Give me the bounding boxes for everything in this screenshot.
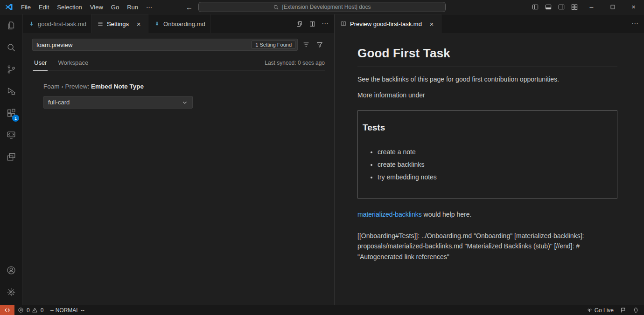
back-icon[interactable]: ← xyxy=(186,3,193,11)
tab-good-first-task[interactable]: good-first-task.md xyxy=(23,14,91,33)
settings-scope-tabs: User Workspace Last synced: 0 secs ago xyxy=(32,56,325,71)
settings-editor: 1 Setting Found User Workspace Last sync… xyxy=(23,33,334,305)
preview-link-paragraph: materialized-backlinks would help here. xyxy=(357,210,617,219)
menu-selection[interactable]: Selection xyxy=(53,2,85,12)
menu-more-icon[interactable]: ⋯ xyxy=(142,2,156,12)
broadcast-icon xyxy=(587,307,593,313)
close-tab-icon[interactable]: × xyxy=(427,19,436,28)
run-and-debug-icon[interactable] xyxy=(0,80,22,102)
command-center-label: [Extension Development Host] docs xyxy=(282,4,371,10)
extensions-badge: 1 xyxy=(12,115,19,122)
title-bar: File Edit Selection View Go Run ⋯ ← → [E… xyxy=(0,0,644,14)
remote-indicator[interactable] xyxy=(0,305,14,315)
list-item: create backlinks xyxy=(378,160,612,170)
clear-search-filters-icon[interactable] xyxy=(301,40,311,50)
notifications-bell-icon[interactable] xyxy=(630,305,642,315)
status-bar-right: Go Live xyxy=(583,305,644,315)
markdown-preview: Good First Task See the backlinks of thi… xyxy=(335,33,644,305)
accounts-icon[interactable] xyxy=(0,259,22,281)
vim-mode-indicator[interactable]: -- NORMAL -- xyxy=(47,305,88,315)
tab-preview-good-first-task[interactable]: Preview good-first-task.md × xyxy=(335,14,441,33)
vscode-window: File Edit Selection View Go Run ⋯ ← → [E… xyxy=(0,0,644,315)
setting-category: Foam › Preview: xyxy=(43,83,91,90)
setting-item-embed-note-type: Foam › Preview: Embed Note Type full-car… xyxy=(43,83,325,109)
go-live-label: Go Live xyxy=(595,307,614,314)
close-window-button[interactable]: × xyxy=(623,0,644,14)
remote-explorer-icon[interactable] xyxy=(0,124,22,146)
search-view-icon[interactable] xyxy=(0,36,22,58)
menu-run[interactable]: Run xyxy=(123,2,142,12)
markdown-file-icon xyxy=(28,21,35,27)
setting-name: Embed Note Type xyxy=(91,83,144,90)
link-tail-text: would help here. xyxy=(422,211,472,218)
filter-settings-icon[interactable] xyxy=(315,40,325,50)
warning-count: 0 xyxy=(41,307,44,314)
toggle-secondary-sidebar-icon[interactable] xyxy=(555,0,568,14)
feedback-icon[interactable] xyxy=(617,305,630,315)
tab-label: Settings xyxy=(107,21,129,27)
settings-last-synced: Last synced: 0 secs ago xyxy=(265,60,325,70)
minimize-button[interactable]: – xyxy=(581,0,602,14)
source-control-icon[interactable] xyxy=(0,58,22,80)
editor-group-right: Preview good-first-task.md × ⋯ Good Firs… xyxy=(335,14,644,305)
tab-bar-right: Preview good-first-task.md × ⋯ xyxy=(335,14,644,33)
explorer-icon[interactable] xyxy=(0,14,22,36)
error-count: 0 xyxy=(27,307,30,314)
tab-settings[interactable]: Settings × xyxy=(91,14,148,33)
activity-bar: 1 xyxy=(0,14,23,305)
open-settings-json-icon[interactable] xyxy=(293,18,305,30)
settings-scope-workspace[interactable]: Workspace xyxy=(56,56,90,70)
editor-group-left: good-first-task.md Settings × Onboarding… xyxy=(23,14,335,305)
menu-edit[interactable]: Edit xyxy=(35,2,53,12)
list-item: try embedding notes xyxy=(378,172,612,182)
select-value: full-card xyxy=(48,99,70,106)
tab-onboarding[interactable]: Onboarding.md xyxy=(148,14,210,33)
manage-settings-gear-icon[interactable] xyxy=(0,281,22,303)
split-editor-icon[interactable] xyxy=(306,18,318,30)
tab-label: Preview good-first-task.md xyxy=(350,21,422,27)
embedded-note-card: Tests create a note create backlinks try… xyxy=(357,110,617,199)
toggle-primary-sidebar-icon[interactable] xyxy=(529,0,542,14)
markdown-preview-icon xyxy=(340,21,347,27)
setting-title: Foam › Preview: Embed Note Type xyxy=(43,83,325,90)
maximize-button[interactable] xyxy=(602,0,623,14)
more-actions-icon[interactable]: ⋯ xyxy=(319,18,331,30)
settings-search-input[interactable] xyxy=(36,41,249,48)
vscode-logo-icon xyxy=(5,3,13,11)
window-controls: – × xyxy=(529,0,644,14)
more-actions-icon[interactable]: ⋯ xyxy=(629,18,641,30)
settings-found-badge: 1 Setting Found xyxy=(252,41,295,49)
preview-paragraph: See the backlinks of this page for good … xyxy=(357,75,617,84)
extensions-icon[interactable]: 1 xyxy=(0,102,22,124)
search-icon xyxy=(273,4,279,10)
settings-search-box: 1 Setting Found xyxy=(32,39,298,51)
menu-view[interactable]: View xyxy=(86,2,107,12)
tab-label: good-first-task.md xyxy=(38,21,86,27)
link-references-text: [[Onboarding#Tests]]: ../Onboarding.md "… xyxy=(357,231,612,262)
chevron-down-icon xyxy=(182,99,188,106)
workbench: 1 xyxy=(0,14,644,305)
windows-icon[interactable] xyxy=(0,146,22,168)
menu-go[interactable]: Go xyxy=(107,2,123,12)
customize-layout-icon[interactable] xyxy=(568,0,581,14)
embed-note-type-select[interactable]: full-card xyxy=(43,96,193,109)
problems-indicator[interactable]: 0 0 xyxy=(14,305,47,315)
warning-icon xyxy=(32,307,38,313)
status-bar: 0 0 -- NORMAL -- Go Live xyxy=(0,305,644,315)
embed-card-heading: Tests xyxy=(363,121,612,140)
editor-actions-left: ⋯ xyxy=(293,14,334,33)
close-tab-icon[interactable]: × xyxy=(134,19,143,28)
error-icon xyxy=(18,307,24,313)
settings-scope-user[interactable]: User xyxy=(32,56,49,70)
tab-bar-left: good-first-task.md Settings × Onboarding… xyxy=(23,14,334,33)
toggle-panel-icon[interactable] xyxy=(542,0,555,14)
markdown-file-icon xyxy=(154,21,160,27)
list-item: create a note xyxy=(378,147,612,157)
tab-label: Onboarding.md xyxy=(163,21,205,27)
preview-heading: Good First Task xyxy=(357,44,617,67)
go-live-button[interactable]: Go Live xyxy=(583,305,617,315)
menu-bar: File Edit Selection View Go Run ⋯ xyxy=(0,2,156,12)
menu-file[interactable]: File xyxy=(17,2,35,12)
materialized-backlinks-link[interactable]: materialized-backlinks xyxy=(357,211,422,218)
command-center-search[interactable]: [Extension Development Host] docs xyxy=(198,2,446,12)
